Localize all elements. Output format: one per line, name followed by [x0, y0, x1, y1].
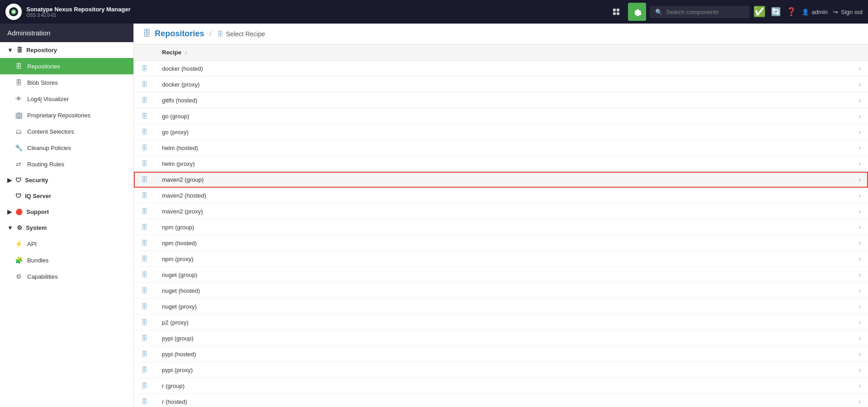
row-recipe-name: go (group) [155, 108, 851, 124]
api-icon: ⚡ [15, 240, 23, 247]
db-icon: 🗄 [141, 398, 147, 405]
sidebar-item-cleanup-policies[interactable]: 🔧 Cleanup Policies [0, 140, 133, 156]
row-recipe-name: go (proxy) [155, 124, 851, 140]
row-arrow-icon[interactable]: › [851, 77, 868, 92]
row-arrow-icon[interactable]: › [851, 204, 868, 219]
row-arrow-icon[interactable]: › [851, 108, 868, 124]
nav-icons [607, 3, 646, 21]
sidebar-group-security[interactable]: ▶ 🛡 Security [0, 172, 133, 188]
table-row[interactable]: 🗄go (group)› [134, 108, 868, 124]
table-row[interactable]: 🗄helm (proxy)› [134, 156, 868, 172]
health-check-icon[interactable]: ✅ [753, 6, 765, 18]
col-recipe-header[interactable]: Recipe ↑ [155, 44, 851, 61]
sidebar-group-repository[interactable]: ▼ 🗄 Repository [0, 42, 133, 58]
db-icon: 🗄 [141, 65, 147, 72]
row-arrow-icon[interactable]: › [851, 394, 868, 407]
sidebar-item-proprietary[interactable]: 🏢 Proprietary Repositories [0, 107, 133, 123]
navbar: Sonatype Nexus Repository Manager OSS 3.… [0, 0, 868, 24]
breadcrumb-sub: 🗄 Select Recipe [217, 30, 265, 38]
row-arrow-icon[interactable]: › [851, 283, 868, 299]
table-row[interactable]: 🗄maven2 (group)› [134, 172, 868, 188]
row-recipe-name: r (hosted) [155, 394, 851, 407]
row-arrow-icon[interactable]: › [851, 172, 868, 188]
table-row[interactable]: 🗄pypi (proxy)› [134, 362, 868, 378]
table-row[interactable]: 🗄r (group)› [134, 378, 868, 394]
row-recipe-name: npm (proxy) [155, 251, 851, 267]
search-input[interactable] [666, 9, 744, 15]
db-icon: 🗄 [141, 128, 147, 136]
table-row[interactable]: 🗄helm (hosted)› [134, 140, 868, 156]
table-row[interactable]: 🗄nuget (group)› [134, 267, 868, 283]
table-row[interactable]: 🗄p2 (proxy)› [134, 315, 868, 330]
settings-icon-btn[interactable] [628, 3, 646, 21]
row-arrow-icon[interactable]: › [851, 188, 868, 204]
sidebar-item-blob-stores[interactable]: 🗄 Blob Stores [0, 74, 133, 91]
table-row[interactable]: 🗄nuget (proxy)› [134, 299, 868, 315]
row-arrow-icon[interactable]: › [851, 219, 868, 235]
table-row[interactable]: 🗄npm (hosted)› [134, 235, 868, 251]
api-label: API [27, 241, 37, 247]
row-arrow-icon[interactable]: › [851, 330, 868, 346]
table-row[interactable]: 🗄npm (proxy)› [134, 251, 868, 267]
sidebar-item-capabilities[interactable]: ⚙ Capabilities [0, 268, 133, 285]
sidebar-header: Administration [0, 24, 133, 42]
sidebar-item-api[interactable]: ⚡ API [0, 236, 133, 252]
table-row[interactable]: 🗄nuget (hosted)› [134, 283, 868, 299]
row-arrow-icon[interactable]: › [851, 267, 868, 283]
table-row[interactable]: 🗄r (hosted)› [134, 394, 868, 407]
table-row[interactable]: 🗄maven2 (proxy)› [134, 204, 868, 219]
db-icon: 🗄 [141, 97, 147, 104]
row-arrow-icon[interactable]: › [851, 251, 868, 267]
recipe-table-container[interactable]: Recipe ↑ 🗄docker (hosted)›🗄docker (proxy… [134, 44, 868, 407]
sidebar-item-content-selectors[interactable]: 🗂 Content Selectors [0, 123, 133, 140]
row-db-icon: 🗄 [134, 299, 155, 315]
row-arrow-icon[interactable]: › [851, 299, 868, 315]
row-db-icon: 🗄 [134, 188, 155, 204]
refresh-icon[interactable]: 🔄 [771, 7, 781, 17]
blob-stores-icon: 🗄 [15, 79, 23, 86]
signout-btn[interactable]: ↪ Sign out [833, 9, 863, 15]
sidebar-group-support[interactable]: ▶ 🔴 Support [0, 204, 133, 220]
sidebar-group-iq-server[interactable]: ▶ 🛡 IQ Server [0, 188, 133, 204]
table-row[interactable]: 🗄docker (proxy)› [134, 77, 868, 92]
row-db-icon: 🗄 [134, 61, 155, 77]
chevron-right-icon: ▶ [7, 177, 12, 184]
search-bar[interactable]: 🔍 [650, 6, 750, 18]
row-arrow-icon[interactable]: › [851, 92, 868, 108]
proprietary-label: Proprietary Repositories [27, 112, 90, 119]
table-row[interactable]: 🗄gitlfs (hosted)› [134, 92, 868, 108]
sidebar-item-routing-rules[interactable]: ⇄ Routing Rules [0, 156, 133, 172]
sidebar-item-repositories[interactable]: 🗄 Repositories [0, 58, 133, 74]
row-arrow-icon[interactable]: › [851, 140, 868, 156]
sidebar-item-bundles[interactable]: 🧩 Bundles [0, 252, 133, 268]
row-arrow-icon[interactable]: › [851, 124, 868, 140]
help-icon[interactable]: ❓ [786, 7, 796, 17]
browse-icon-btn[interactable] [607, 3, 625, 21]
table-row[interactable]: 🗄go (proxy)› [134, 124, 868, 140]
table-row[interactable]: 🗄docker (hosted)› [134, 61, 868, 77]
table-row[interactable]: 🗄maven2 (hosted)› [134, 188, 868, 204]
row-recipe-name: npm (hosted) [155, 235, 851, 251]
row-arrow-icon[interactable]: › [851, 362, 868, 378]
table-row[interactable]: 🗄npm (group)› [134, 219, 868, 235]
row-arrow-icon[interactable]: › [851, 346, 868, 362]
row-arrow-icon[interactable]: › [851, 315, 868, 330]
sidebar-item-log4j[interactable]: 👁 Log4j Visualizer [0, 91, 133, 107]
row-arrow-icon[interactable]: › [851, 156, 868, 172]
chevron-down-icon: ▼ [7, 47, 13, 53]
row-recipe-name: p2 (proxy) [155, 315, 851, 330]
row-db-icon: 🗄 [134, 108, 155, 124]
row-arrow-icon[interactable]: › [851, 235, 868, 251]
row-recipe-name: pypi (hosted) [155, 346, 851, 362]
row-arrow-icon[interactable]: › [851, 61, 868, 77]
row-arrow-icon[interactable]: › [851, 378, 868, 394]
system-group-label: System [26, 224, 47, 231]
repositories-icon: 🗄 [15, 63, 23, 70]
table-row[interactable]: 🗄pypi (hosted)› [134, 346, 868, 362]
row-db-icon: 🗄 [134, 204, 155, 219]
user-menu[interactable]: 👤 admin [802, 9, 828, 15]
table-row[interactable]: 🗄pypi (group)› [134, 330, 868, 346]
sidebar-group-system[interactable]: ▼ ⚙ System [0, 220, 133, 236]
row-recipe-name: maven2 (group) [155, 172, 851, 188]
repositories-label: Repositories [27, 63, 60, 70]
